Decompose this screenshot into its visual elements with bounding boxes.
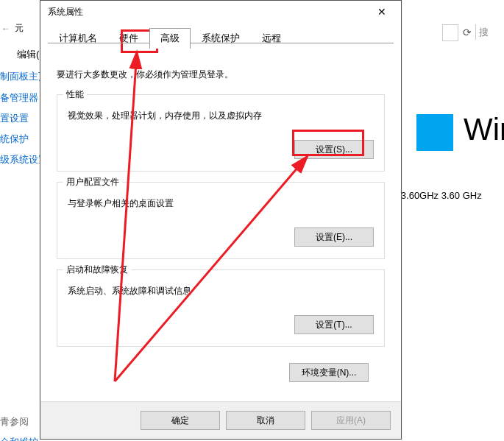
admin-required-text: 要进行大多数更改，你必须作为管理员登录。 — [57, 68, 385, 81]
search-input-fragment[interactable]: 搜 — [475, 24, 504, 40]
cancel-button[interactable]: 取消 — [226, 411, 305, 430]
sidebar-item-system-protection[interactable]: 统保护 — [0, 133, 29, 146]
breadcrumb-text: 元 — [15, 22, 24, 35]
tab-bar: 计算机名 硬件 高级 系统保护 远程 — [40, 23, 401, 48]
group-startup-recovery-desc: 系统启动、系统故障和调试信息 — [68, 285, 374, 297]
group-startup-recovery: 启动和故障恢复 系统启动、系统故障和调试信息 设置(T)... — [57, 269, 385, 347]
titlebar: 系统属性 ✕ — [40, 1, 401, 23]
tab-underline — [48, 43, 394, 43]
sidebar-item-security-maintenance[interactable]: 全和维护 — [0, 436, 38, 441]
close-button[interactable]: ✕ — [367, 1, 397, 22]
group-user-profiles-legend: 用户配置文件 — [63, 176, 122, 188]
sidebar-item-device-manager[interactable]: 备管理器 — [0, 91, 38, 105]
tab-system-protection[interactable]: 系统保护 — [191, 28, 251, 49]
refresh-icon[interactable]: ⟳ — [459, 24, 475, 40]
startup-recovery-settings-button[interactable]: 设置(T)... — [294, 315, 374, 334]
ok-button[interactable]: 确定 — [141, 411, 220, 430]
environment-variables-button[interactable]: 环境变量(N)... — [289, 363, 369, 382]
see-also-label: 青参阅 — [0, 415, 29, 428]
tab-advanced[interactable]: 高级 — [149, 28, 191, 49]
tab-hardware[interactable]: 硬件 — [108, 28, 149, 49]
group-user-profiles-desc: 与登录帐户相关的桌面设置 — [68, 197, 374, 210]
breadcrumb-fragment: ← 元 — [0, 22, 24, 35]
group-startup-recovery-legend: 启动和故障恢复 — [63, 264, 131, 276]
dialog-footer: 确定 取消 应用(A) — [40, 401, 401, 439]
cpu-info-text: @ 3.60GHz 3.60 GHz — [388, 190, 482, 201]
tab-computer-name[interactable]: 计算机名 — [48, 28, 108, 49]
group-performance: 性能 视觉效果，处理器计划，内存使用，以及虚拟内存 设置(S)... — [57, 94, 385, 172]
sidebar-item-remote-settings[interactable]: 置设置 — [0, 112, 29, 125]
group-performance-desc: 视觉效果，处理器计划，内存使用，以及虚拟内存 — [68, 110, 374, 122]
menu-edit-fragment[interactable]: 编辑( — [17, 48, 39, 61]
windows-edition-text: Wir — [464, 112, 504, 147]
tab-remote[interactable]: 远程 — [251, 28, 292, 49]
apply-button[interactable]: 应用(A) — [311, 411, 391, 430]
dialog-content: 要进行大多数更改，你必须作为管理员登录。 性能 视觉效果，处理器计划，内存使用，… — [40, 48, 401, 382]
windows-logo-icon — [416, 114, 453, 151]
group-performance-legend: 性能 — [63, 88, 87, 101]
dialog-title: 系统属性 — [48, 6, 367, 18]
group-user-profiles: 用户配置文件 与登录帐户相关的桌面设置 设置(E)... — [57, 182, 385, 259]
performance-settings-button[interactable]: 设置(S)... — [294, 140, 374, 159]
address-bar-fragment[interactable] — [442, 24, 458, 41]
system-properties-dialog: 系统属性 ✕ 计算机名 硬件 高级 系统保护 远程 要进行大多数更改，你必须作为… — [40, 0, 402, 440]
nav-back-icon: ← — [0, 23, 12, 35]
user-profiles-settings-button[interactable]: 设置(E)... — [294, 227, 374, 247]
